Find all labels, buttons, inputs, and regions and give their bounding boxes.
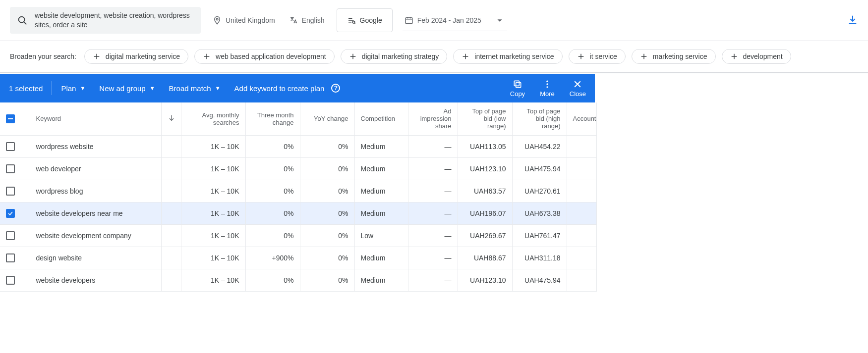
table-row[interactable]: design website1K – 10K+900%0%Medium—UAH8… [0, 247, 596, 269]
cell-yoy: 0% [300, 269, 354, 291]
table-row[interactable]: wordpress website1K – 10K0%0%Medium—UAH1… [0, 135, 596, 157]
row-checkbox[interactable] [6, 187, 15, 196]
svg-point-28 [546, 80, 548, 82]
more-button[interactable]: More [540, 79, 555, 98]
language-selector[interactable]: English [287, 13, 327, 28]
chevron-down-icon: ▼ [80, 85, 85, 91]
cell-impression: — [408, 135, 458, 157]
cell-bid-low: UAH123.10 [458, 157, 512, 180]
svg-rect-8 [405, 17, 412, 23]
row-checkbox[interactable] [6, 276, 15, 285]
col-bid-low[interactable]: Top of page bid (low range) [458, 102, 512, 135]
table-row[interactable]: website development company1K – 10K0%0%L… [0, 224, 596, 247]
svg-line-7 [354, 23, 355, 24]
cell-account [567, 224, 596, 247]
cell-bid-low: UAH113.05 [458, 135, 512, 157]
col-yoy[interactable]: YoY change [300, 102, 354, 135]
download-button[interactable] [847, 14, 858, 27]
col-three-month[interactable]: Three month change [245, 102, 300, 135]
cell-keyword: website development company [30, 224, 161, 247]
table-row[interactable]: website developers near me1K – 10K0%0%Me… [0, 202, 596, 224]
chevron-down-icon: ▼ [215, 85, 221, 91]
cell-avg: 1K – 10K [181, 269, 245, 291]
match-dropdown[interactable]: Broad match▼ [169, 84, 221, 93]
cell-impression: — [408, 157, 458, 180]
cell-account [567, 135, 596, 157]
plus-icon [640, 52, 648, 60]
cell-three-month: 0% [245, 224, 300, 247]
svg-point-0 [19, 17, 25, 23]
table-row[interactable]: wordpress blog1K – 10K0%0%Medium—UAH63.5… [0, 180, 596, 202]
cell-competition: Medium [354, 180, 408, 202]
keyword-search-box[interactable]: website development, website creation, w… [10, 7, 201, 34]
more-vert-icon [542, 79, 552, 89]
adgroup-dropdown[interactable]: New ad group▼ [99, 84, 155, 93]
arrow-down-icon [168, 114, 175, 122]
language-label: English [302, 16, 325, 24]
broaden-chip[interactable]: web based application development [194, 49, 335, 64]
chip-label: digital marketing service [106, 52, 180, 60]
cell-competition: Medium [354, 247, 408, 269]
selection-bar: 1 selected Plan▼ New ad group▼ Broad mat… [0, 74, 595, 102]
location-selector[interactable]: United Kingdom [211, 13, 277, 28]
row-checkbox[interactable] [6, 253, 15, 262]
row-checkbox[interactable] [6, 231, 15, 240]
broaden-chip[interactable]: it service [569, 49, 626, 64]
language-icon [289, 16, 298, 25]
table-row[interactable]: web developer1K – 10K0%0%Medium—UAH123.1… [0, 157, 596, 180]
col-impression[interactable]: Ad impression share [408, 102, 458, 135]
table-row[interactable]: website developers1K – 10K0%0%Medium—UAH… [0, 269, 596, 291]
row-checkbox[interactable] [6, 142, 15, 151]
cell-bid-low: UAH88.67 [458, 247, 512, 269]
row-checkbox[interactable] [6, 209, 15, 218]
cell-bid-high: UAH311.18 [512, 247, 567, 269]
cell-keyword: wordpress blog [30, 180, 161, 202]
add-keyword-button[interactable]: Add keyword to create plan ? [234, 84, 341, 93]
location-icon [213, 16, 222, 25]
close-button[interactable]: Close [570, 79, 586, 98]
plan-dropdown[interactable]: Plan▼ [61, 84, 85, 93]
cell-competition: Medium [354, 202, 408, 224]
network-icon [347, 16, 356, 25]
broaden-chip[interactable]: development [722, 49, 791, 64]
cell-keyword: website developers [30, 269, 161, 291]
col-checkbox[interactable] [0, 102, 30, 135]
cell-yoy: 0% [300, 247, 354, 269]
broaden-chip[interactable]: digital marketing strategy [341, 49, 448, 64]
help-icon[interactable]: ? [331, 84, 340, 93]
cell-bid-low: UAH123.10 [458, 269, 512, 291]
col-sort[interactable] [161, 102, 181, 135]
cell-bid-high: UAH673.38 [512, 202, 567, 224]
col-avg[interactable]: Avg. monthly searches [181, 102, 245, 135]
cell-bid-high: UAH475.94 [512, 157, 567, 180]
select-all-checkbox[interactable] [6, 114, 15, 123]
cell-three-month: 0% [245, 157, 300, 180]
date-range-label: Feb 2024 - Jan 2025 [417, 16, 481, 24]
plus-icon [730, 52, 738, 60]
svg-rect-26 [516, 82, 521, 87]
col-bid-high[interactable]: Top of page bid (high range) [512, 102, 567, 135]
cell-avg: 1K – 10K [181, 247, 245, 269]
plus-icon [93, 52, 101, 60]
broaden-chip[interactable]: internet marketing service [453, 49, 562, 64]
copy-icon [513, 79, 522, 89]
broaden-chip[interactable]: marketing service [632, 49, 716, 64]
row-checkbox[interactable] [6, 164, 15, 173]
network-selector[interactable]: Google [337, 8, 393, 32]
cell-three-month: 0% [245, 269, 300, 291]
broaden-chip[interactable]: digital marketing service [84, 49, 188, 64]
cell-three-month: 0% [245, 135, 300, 157]
cell-bid-high: UAH475.94 [512, 269, 567, 291]
cell-yoy: 0% [300, 180, 354, 202]
date-range-selector[interactable]: Feb 2024 - Jan 2025 [403, 10, 507, 31]
cell-avg: 1K – 10K [181, 135, 245, 157]
copy-button[interactable]: Copy [510, 79, 525, 98]
col-keyword[interactable]: Keyword [30, 102, 161, 135]
plus-icon [203, 52, 211, 60]
calendar-icon [405, 16, 413, 25]
cell-impression: — [408, 224, 458, 247]
col-competition[interactable]: Competition [354, 102, 408, 135]
cell-account [567, 269, 596, 291]
cell-account [567, 202, 596, 224]
col-account[interactable]: Account [567, 102, 596, 135]
